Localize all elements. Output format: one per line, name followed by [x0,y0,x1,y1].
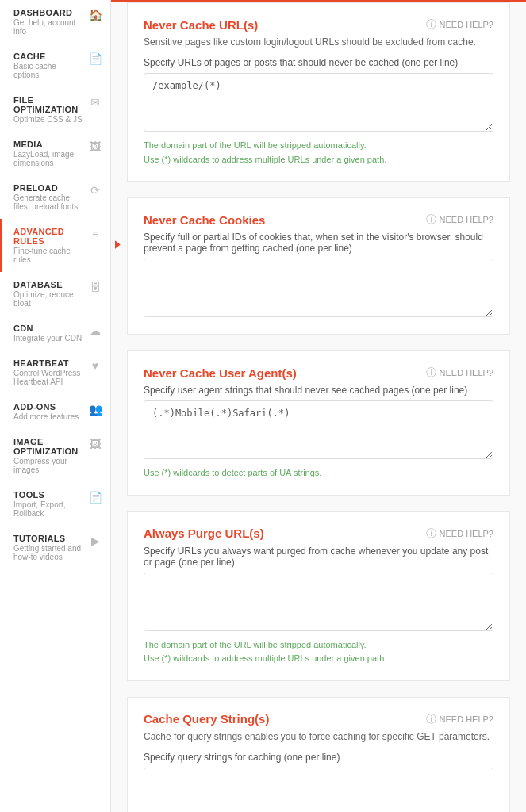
section-title-never-cache-cookies: Never Cache Cookies [144,213,265,227]
sidebar-icon-database: 🗄 [88,281,102,293]
sidebar-subtitle-dashboard: Get help, account info [13,18,83,36]
field-label-always-purge-urls: Specify URLs you always want purged from… [144,546,493,568]
sidebar-icon-preload: ⟳ [88,184,102,197]
sidebar-subtitle-advanced-rules: Fine-tune cache rules [13,247,83,264]
sidebar-subtitle-add-ons: Add more features [13,412,83,421]
field-label-cache-query-strings: Specify query strings for caching (one p… [144,752,493,763]
sidebar-icon-heartbeat: ♥ [88,359,102,372]
textarea-cache-query-strings[interactable] [144,768,493,812]
field-label-never-cache-urls: Specify URLs of pages or posts that shou… [144,57,493,68]
sidebar-icon-image-optimization: 🖼 [88,438,102,450]
sidebar-title-cache: CACHE [13,52,83,61]
textarea-never-cache-urls[interactable]: /example/(*) [144,73,493,132]
section-never-cache-useragent: Never Cache User Agent(s) ⓘ NEED HELP? S… [127,350,510,496]
sidebar-title-advanced-rules: ADVANCED RULES [13,227,83,246]
sidebar-title-database: DATABASE [13,280,83,289]
section-always-purge-urls: Always Purge URL(s) ⓘ NEED HELP? Specify… [127,511,510,681]
sidebar-icon-media: 🖼 [88,140,102,153]
section-cache-query-strings: Cache Query String(s) ⓘ NEED HELP? Cache… [127,697,510,812]
sidebar-subtitle-cache: Basic cache options [13,62,83,79]
textarea-never-cache-useragent[interactable]: (.*)Mobile(.*)Safari(.*) [144,400,493,459]
sidebar-subtitle-tools: Import, Export, Rollback [13,500,83,518]
sidebar-item-add-ons[interactable]: ADD-ONS Add more features 👥 [0,394,110,429]
hint-text-always-purge-urls: The domain part of the URL will be strip… [144,638,493,666]
need-help-never-cache-urls[interactable]: ⓘ NEED HELP? [426,17,493,32]
sidebar-subtitle-media: LazyLoad, image dimensions [13,150,83,167]
sidebar-icon-file-optimization: ✉ [88,96,102,109]
sidebar-title-preload: PRELOAD [13,183,83,193]
help-circle-icon: ⓘ [426,712,436,726]
sidebar-item-media[interactable]: MEDIA LazyLoad, image dimensions 🖼 [0,132,110,175]
sidebar-subtitle-preload: Generate cache files, preload fonts [13,193,83,211]
sidebar-item-file-optimization[interactable]: FILE OPTIMIZATION Optimize CSS & JS ✉ [0,87,110,132]
sidebar-title-add-ons: ADD-ONS [13,402,83,412]
sidebar-subtitle-cdn: Integrate your CDN [13,334,83,343]
need-help-never-cache-cookies[interactable]: ⓘ NEED HELP? [426,213,493,227]
sidebar-icon-tutorials: ▶ [88,534,102,547]
sidebar-item-cache[interactable]: CACHE Basic cache options 📄 [0,44,110,87]
field-label-never-cache-useragent: Specify user agent strings that should n… [144,385,493,396]
section-never-cache-urls: Never Cache URL(s) ⓘ NEED HELP? Sensitiv… [127,2,510,182]
sidebar-item-tutorials[interactable]: TUTORIALS Getting started and how-to vid… [0,526,110,569]
section-title-never-cache-useragent: Never Cache User Agent(s) [144,366,297,380]
hint-text-never-cache-urls: The domain part of the URL will be strip… [144,139,493,167]
sidebar-icon-tools: 📄 [88,491,102,504]
sidebar-item-advanced-rules[interactable]: ADVANCED RULES Fine-tune cache rules ≡ [0,219,110,272]
hint-text-never-cache-useragent: Use (*) wildcards to detect parts of UA … [144,466,493,481]
help-circle-icon: ⓘ [426,213,436,227]
sidebar-subtitle-file-optimization: Optimize CSS & JS [13,115,83,124]
sidebar-item-preload[interactable]: PRELOAD Generate cache files, preload fo… [0,175,110,219]
sidebar-icon-add-ons: 👥 [88,403,102,416]
help-circle-icon: ⓘ [426,366,436,380]
textarea-always-purge-urls[interactable] [144,573,493,631]
section-title-always-purge-urls: Always Purge URL(s) [144,527,264,540]
sidebar-subtitle-image-optimization: Compress your images [13,457,83,474]
sidebar-title-tutorials: TUTORIALS [13,534,83,543]
sidebar-title-dashboard: DASHBOARD [13,8,83,17]
need-help-always-purge-urls[interactable]: ⓘ NEED HELP? [426,527,493,541]
sidebar-item-cdn[interactable]: CDN Integrate your CDN ☁ [0,316,110,350]
field-label-never-cache-cookies: Specify full or partial IDs of cookies t… [144,232,493,254]
section-desc-never-cache-urls: Sensitive pages like custom login/logout… [144,36,493,48]
textarea-never-cache-cookies[interactable] [144,259,493,317]
sidebar: DASHBOARD Get help, account info 🏠 CACHE… [0,0,111,812]
sidebar-icon-cache: 📄 [88,52,102,65]
active-arrow-icon [110,237,125,254]
sidebar-title-media: MEDIA [13,140,83,149]
main-content: Never Cache URL(s) ⓘ NEED HELP? Sensitiv… [111,2,526,812]
sidebar-title-image-optimization: IMAGE OPTIMIZATION [13,437,83,456]
section-title-cache-query-strings: Cache Query String(s) [144,712,269,726]
help-circle-icon: ⓘ [426,17,436,32]
section-desc-cache-query-strings: Cache for query strings enables you to f… [144,731,493,742]
need-help-cache-query-strings[interactable]: ⓘ NEED HELP? [426,712,493,726]
help-circle-icon: ⓘ [426,527,436,541]
sidebar-subtitle-database: Optimize, reduce bloat [13,290,83,308]
sidebar-subtitle-tutorials: Getting started and how-to videos [13,544,83,561]
sidebar-icon-cdn: ☁ [88,324,102,337]
sidebar-title-file-optimization: FILE OPTIMIZATION [13,95,83,114]
sidebar-title-cdn: CDN [13,324,83,333]
sidebar-title-heartbeat: HEARTBEAT [13,358,83,368]
need-help-never-cache-useragent[interactable]: ⓘ NEED HELP? [426,366,493,380]
section-title-never-cache-urls: Never Cache URL(s) [144,18,258,32]
sidebar-item-image-optimization[interactable]: IMAGE OPTIMIZATION Compress your images … [0,429,110,482]
sidebar-item-tools[interactable]: TOOLS Import, Export, Rollback 📄 [0,482,110,526]
sidebar-item-database[interactable]: DATABASE Optimize, reduce bloat 🗄 [0,272,110,316]
sidebar-item-heartbeat[interactable]: HEARTBEAT Control WordPress Heartbeat AP… [0,350,110,394]
section-never-cache-cookies: Never Cache Cookies ⓘ NEED HELP? Specify… [127,197,510,335]
sidebar-item-dashboard[interactable]: DASHBOARD Get help, account info 🏠 [0,0,110,44]
sidebar-title-tools: TOOLS [13,490,83,500]
sidebar-icon-advanced-rules: ≡ [88,228,102,240]
sidebar-icon-dashboard: 🏠 [88,9,102,21]
sidebar-subtitle-heartbeat: Control WordPress Heartbeat API [13,369,83,386]
